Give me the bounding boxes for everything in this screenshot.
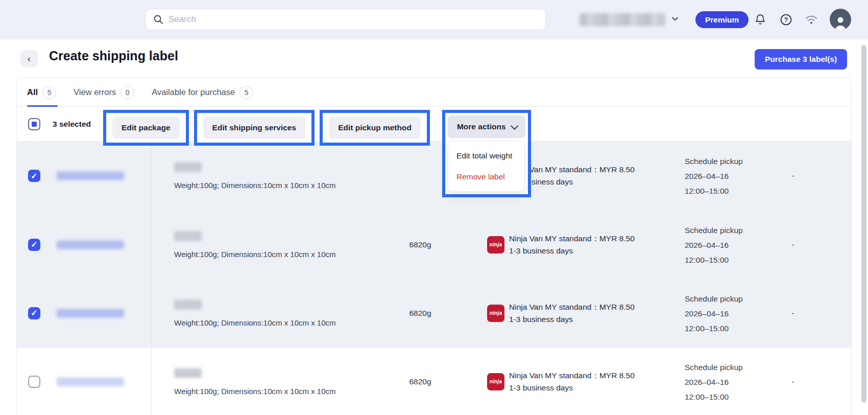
service-eta: 1-3 business days [509, 382, 635, 394]
chevron-down-icon [510, 122, 518, 130]
global-search[interactable] [146, 9, 546, 30]
tab-view-errors[interactable]: View errors 0 [74, 86, 134, 99]
package-cell: Weight:100g; Dimensions:10cm x 10cm x 10… [174, 368, 336, 395]
account-name-blurred[interactable] [580, 13, 665, 26]
package-info: Weight:100g; Dimensions:10cm x 10cm x 10… [174, 181, 336, 190]
tracking-cell: - [773, 171, 813, 180]
total-weight: 6820g [374, 240, 466, 249]
edit-pickup-method-button[interactable]: Edit pickup method [329, 117, 421, 139]
row-checkbox[interactable]: ✓ [28, 170, 40, 182]
tab-available-for-purchase[interactable]: Available for purchase 5 [152, 86, 253, 99]
product-name-blurred [174, 368, 202, 378]
pickup-time: 12:00–15:00 [685, 252, 743, 267]
service-eta: 1-3 business days [509, 245, 635, 257]
package-info: Weight:100g; Dimensions:10cm x 10cm x 10… [174, 318, 336, 327]
row-checkbox[interactable]: ✓ [28, 307, 40, 319]
pickup-method: Schedule pickup [685, 222, 743, 237]
column-divider [151, 279, 152, 347]
table-row: ✓ Weight:100g; Dimensions:10cm x 10cm x … [17, 210, 851, 279]
column-divider [151, 211, 152, 279]
order-link-blurred[interactable] [57, 377, 124, 386]
tab-label: View errors [74, 87, 116, 97]
row-checkbox[interactable] [28, 376, 40, 388]
search-icon [153, 14, 163, 25]
table-row: ✓ Weight:100g; Dimensions:10cm x 10cm x … [17, 142, 851, 210]
courier-cell: ninja Ninja Van MY standand：MYR 8.50 1-3… [487, 370, 635, 394]
tracking-cell: - [773, 377, 813, 386]
wifi-icon[interactable] [805, 13, 818, 26]
menu-item-remove-label[interactable]: Remove label [456, 172, 516, 181]
courier-cell: ninja Ninja Van MY standand：MYR 8.50 1-3… [487, 301, 635, 326]
pickup-cell: Schedule pickup 2026–04–16 12:00–15:00 [685, 222, 743, 267]
package-cell: Weight:100g; Dimensions:10cm x 10cm x 10… [174, 163, 336, 190]
tracking-cell: - [773, 240, 813, 249]
pickup-date: 2026–04–16 [685, 306, 743, 320]
menu-item-edit-total-weight[interactable]: Edit total weight [456, 151, 516, 160]
column-divider [151, 142, 152, 210]
package-cell: Weight:100g; Dimensions:10cm x 10cm x 10… [174, 231, 336, 258]
help-icon[interactable]: ? [779, 13, 792, 26]
total-weight: 6820g [374, 309, 466, 318]
column-divider [151, 348, 152, 415]
table-row: Weight:100g; Dimensions:10cm x 10cm x 10… [17, 347, 851, 415]
pickup-method: Schedule pickup [685, 291, 743, 306]
bell-icon[interactable] [754, 13, 767, 26]
tab-bar: All 5 View errors 0 Available for purcha… [17, 78, 851, 107]
avatar[interactable] [830, 9, 851, 30]
page-header: ‹ Create shipping label Purchase 3 label… [0, 39, 868, 74]
top-bar: Premium ? [0, 0, 868, 39]
page-title: Create shipping label [49, 49, 178, 63]
tab-label: All [27, 87, 38, 97]
pickup-cell: Schedule pickup 2026–04–16 12:00–15:00 [685, 359, 743, 404]
pickup-date: 2026–04–16 [685, 237, 743, 252]
selected-count-label: 3 selected [53, 120, 91, 129]
ninja-van-logo-icon: ninja [487, 305, 504, 322]
chevron-down-icon[interactable] [671, 15, 679, 25]
pickup-cell: Schedule pickup 2026–04–16 12:00–15:00 [685, 154, 743, 198]
service-name: Ninja Van MY standand：MYR 8.50 [509, 370, 635, 382]
vertical-scrollbar[interactable] [861, 45, 866, 403]
shipping-label-card: All 5 View errors 0 Available for purcha… [16, 78, 852, 415]
bulk-actions-toolbar: 3 selected Edit package Edit shipping se… [17, 107, 851, 142]
total-weight: 6820g [374, 377, 466, 386]
tracking-cell: - [773, 309, 813, 318]
package-info: Weight:100g; Dimensions:10cm x 10cm x 10… [174, 386, 336, 395]
annotation-box-edit-package: Edit package [103, 110, 189, 146]
pickup-time: 12:00–15:00 [685, 320, 743, 335]
tab-count-badge: 5 [42, 86, 56, 99]
ninja-van-logo-icon: ninja [487, 236, 504, 253]
product-name-blurred [174, 231, 202, 241]
product-name-blurred [174, 163, 202, 172]
package-cell: Weight:100g; Dimensions:10cm x 10cm x 10… [174, 299, 336, 327]
premium-badge[interactable]: Premium [695, 11, 749, 28]
more-actions-label: More actions [457, 122, 506, 131]
order-link-blurred[interactable] [57, 309, 124, 317]
select-all-checkbox[interactable] [28, 118, 40, 130]
tab-all[interactable]: All 5 [27, 86, 56, 99]
more-actions-button[interactable]: More actions [448, 116, 525, 138]
edit-shipping-services-button[interactable]: Edit shipping services [203, 117, 306, 139]
pickup-date: 2026–04–16 [685, 169, 743, 183]
tab-label: Available for purchase [152, 87, 235, 97]
svg-text:?: ? [784, 15, 788, 23]
pickup-time: 12:00–15:00 [685, 389, 743, 404]
purchase-labels-button[interactable]: Purchase 3 label(s) [755, 49, 847, 70]
tab-count-badge: 5 [239, 86, 253, 99]
service-name: Ninja Van MY standand：MYR 8.50 [509, 233, 635, 245]
row-checkbox[interactable]: ✓ [28, 239, 40, 251]
pickup-cell: Schedule pickup 2026–04–16 12:00–15:00 [685, 291, 743, 335]
service-name: Ninja Van MY standand：MYR 8.50 [509, 301, 635, 313]
ninja-van-logo-icon: ninja [487, 373, 504, 390]
order-link-blurred[interactable] [57, 240, 124, 249]
pickup-time: 12:00–15:00 [685, 183, 743, 198]
service-eta: 1-3 business days [509, 313, 635, 326]
back-button[interactable]: ‹ [20, 50, 38, 67]
annotation-box-edit-shipping-services: Edit shipping services [194, 110, 315, 146]
order-link-blurred[interactable] [57, 172, 124, 180]
search-input[interactable] [168, 14, 538, 25]
tab-count-badge: 0 [120, 86, 134, 99]
table-row: ✓ Weight:100g; Dimensions:10cm x 10cm x … [17, 279, 851, 347]
pickup-method: Schedule pickup [685, 154, 743, 169]
edit-package-button[interactable]: Edit package [112, 117, 180, 139]
product-name-blurred [174, 299, 202, 309]
